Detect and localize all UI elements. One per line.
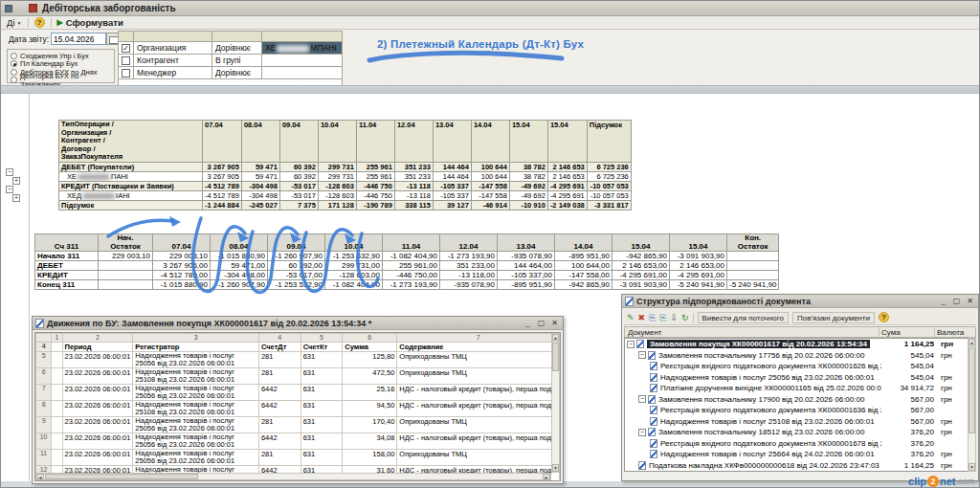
close-button[interactable]: ✕ bbox=[965, 297, 975, 306]
grid-row-number[interactable]: 9 bbox=[36, 417, 52, 433]
generate-button[interactable]: ▶ Сформувати bbox=[57, 17, 123, 28]
checkbox[interactable] bbox=[122, 56, 130, 65]
grid-row-number[interactable]: 6 bbox=[36, 368, 52, 385]
scroll-up-icon[interactable]: ▲ bbox=[552, 334, 559, 342]
movement-row[interactable]: 1123.02.2026 06:00:01Надходження товарів… bbox=[36, 450, 560, 466]
print-icon[interactable]: ⇩ bbox=[671, 313, 679, 322]
maximize-button[interactable]: ▢ bbox=[536, 319, 546, 328]
collapse-icon[interactable]: − bbox=[6, 186, 13, 193]
close-button[interactable]: ✕ bbox=[549, 319, 560, 328]
table1-cell: 144 464 bbox=[433, 171, 471, 181]
scroll-down-icon[interactable]: ▼ bbox=[552, 464, 559, 472]
grid-row-number[interactable]: 10 bbox=[36, 433, 52, 450]
collapse-icon[interactable]: − bbox=[638, 351, 646, 359]
edit-icon[interactable]: ✎ bbox=[627, 313, 635, 322]
help-icon[interactable]: ? bbox=[34, 17, 45, 28]
grid-row-number[interactable]: 8 bbox=[36, 401, 52, 417]
grid-header-row: 4ПериодРегистраторСчетДтСчетКтСуммаСодер… bbox=[36, 343, 560, 352]
actions-menu[interactable]: Ді ▼ bbox=[7, 17, 22, 28]
horizontal-scrollbar[interactable]: ◄ ► bbox=[35, 473, 551, 480]
column-currency[interactable]: Валюта bbox=[934, 328, 975, 337]
tree-row[interactable]: Надходження товарів і послуг 25108 від 2… bbox=[625, 416, 968, 428]
tree-row[interactable]: Податкова накладна ХКФв000000000618 від … bbox=[625, 460, 968, 472]
grid-column-number[interactable]: 6 bbox=[343, 334, 397, 343]
window-titlebar[interactable]: Дебіторська заборгованість bbox=[1, 1, 979, 16]
copy-new-icon[interactable]: ⎘ bbox=[659, 313, 666, 322]
movement-row[interactable]: 623.02.2026 06:00:01Надходження товарів … bbox=[36, 368, 560, 385]
minimize-button[interactable]: _ bbox=[938, 297, 948, 306]
grid-row-number[interactable]: 11 bbox=[36, 450, 52, 466]
scrollbar-thumb[interactable] bbox=[552, 343, 559, 371]
tree-row[interactable]: Реєстрація вхідного податкового документ… bbox=[625, 438, 968, 450]
tree-row[interactable]: Надходження товарів і послуг 25056 від 2… bbox=[625, 372, 968, 384]
tree-row[interactable]: −Замовлення покупця ХК000001617 від 20.0… bbox=[625, 339, 968, 350]
grid-column-number[interactable]: 4 bbox=[258, 334, 301, 343]
report-mode-option[interactable]: Дебіторка БУХ по Замовленях bbox=[11, 77, 111, 85]
table2-cell: 100 644,00 bbox=[555, 261, 612, 271]
grid-column-number[interactable]: 3 bbox=[133, 334, 259, 343]
filter-value[interactable] bbox=[262, 67, 343, 79]
tree-row[interactable]: Платіжне доручення вихідне ХК000001165 в… bbox=[625, 383, 968, 394]
movement-row[interactable]: 823.02.2026 06:00:01Надходження товарів … bbox=[36, 401, 560, 417]
collapse-icon[interactable]: − bbox=[638, 429, 646, 436]
vertical-scrollbar[interactable]: ▲ ▼ bbox=[968, 338, 976, 472]
movement-row[interactable]: 923.02.2026 06:00:01Надходження товарів … bbox=[36, 417, 560, 433]
table2-column-header: 14.04 bbox=[555, 234, 612, 252]
help-icon[interactable]: ? bbox=[879, 312, 889, 322]
expand-icon[interactable]: + bbox=[12, 177, 20, 185]
checkbox-checked[interactable]: ✓ bbox=[122, 44, 130, 53]
report-mode-option[interactable]: Сходження Упр і Бух bbox=[11, 52, 111, 60]
scroll-left-icon[interactable]: ◄ bbox=[36, 474, 44, 479]
filter-row[interactable]: ✓ОрганизацияДорівнюєХЕМПАНІ bbox=[119, 42, 343, 55]
report-date-input[interactable] bbox=[51, 33, 106, 45]
collapse-icon[interactable]: − bbox=[6, 168, 13, 176]
filter-row[interactable]: КонтрагентВ групі bbox=[119, 55, 343, 67]
scroll-right-icon[interactable]: ► bbox=[543, 474, 550, 479]
grid-column-number[interactable]: 1 bbox=[52, 334, 62, 343]
filter-value[interactable]: ХЕМПАНІ bbox=[262, 42, 343, 55]
tree-row[interactable]: Реєстрація вхідного податкового документ… bbox=[625, 361, 968, 372]
table1-cell: 59 471 bbox=[241, 171, 279, 181]
delete-icon[interactable]: ✖ bbox=[638, 313, 646, 322]
report-mode-option[interactable]: Пл Календар Бух bbox=[11, 60, 111, 69]
minimize-button[interactable]: _ bbox=[523, 319, 533, 328]
refresh-icon[interactable]: ↻ bbox=[681, 313, 689, 322]
tree-row[interactable]: Надходження товарів і послуг 25664 від 2… bbox=[625, 449, 968, 460]
vertical-scrollbar[interactable]: ▲ ▼ bbox=[551, 333, 560, 473]
movement-row[interactable]: 523.02.2026 06:00:01Надходження товарів … bbox=[36, 352, 560, 368]
tree-row[interactable]: −Замовлення постачальнику 17900 від 20.0… bbox=[625, 394, 968, 406]
table1-cell: -4 295 691 bbox=[547, 181, 587, 190]
structure-window-titlebar[interactable]: Структура підпорядкованості документа _ … bbox=[622, 295, 978, 308]
movement-row[interactable]: 723.02.2026 06:00:01Надходження товарів … bbox=[36, 385, 560, 401]
grid-row-number[interactable]: 5 bbox=[36, 352, 52, 368]
collapse-icon[interactable]: − bbox=[627, 341, 635, 348]
scroll-up-icon[interactable]: ▲ bbox=[969, 339, 975, 346]
tree-row[interactable]: −Замовлення постачальнику 17756 від 20.0… bbox=[625, 350, 968, 362]
column-sum[interactable]: Сума bbox=[879, 328, 934, 337]
scrollbar-thumb[interactable] bbox=[45, 474, 198, 479]
system-menu-icon[interactable] bbox=[5, 5, 12, 12]
show-for-current-button[interactable]: Вивести для поточного bbox=[698, 312, 789, 323]
scroll-down-icon[interactable]: ▼ bbox=[969, 463, 975, 471]
scrollbar-thumb[interactable] bbox=[969, 347, 975, 433]
grid-column-number[interactable]: 7 bbox=[397, 334, 560, 343]
grid-column-number[interactable]: 5 bbox=[301, 334, 343, 343]
expand-icon[interactable]: + bbox=[12, 194, 20, 202]
maximize-button[interactable]: ▢ bbox=[951, 297, 962, 306]
checkbox[interactable] bbox=[122, 69, 130, 78]
column-document[interactable]: Документ bbox=[625, 328, 879, 337]
movements-window-titlebar[interactable]: Движения по БУ: Замовлення покупця ХК000… bbox=[33, 317, 563, 330]
grid-column-number[interactable]: 2 bbox=[62, 334, 133, 343]
movement-row[interactable]: 1023.02.2026 06:00:01Надходження товарів… bbox=[36, 433, 560, 450]
tree-row[interactable]: Реєстрація вхідного податкового документ… bbox=[625, 405, 968, 416]
tree-row[interactable]: −Замовлення постачальнику 18512 від 23.0… bbox=[625, 427, 968, 438]
filter-row[interactable]: МенеджерДорівнює bbox=[119, 67, 343, 79]
grid-row-number[interactable]: 4 bbox=[36, 343, 52, 352]
filter-value[interactable] bbox=[262, 55, 343, 67]
grid-header-cell: СчетКт bbox=[301, 343, 343, 352]
grid-row-number[interactable]: 7 bbox=[36, 385, 52, 401]
movement-credit-account: 631 bbox=[301, 450, 343, 466]
collapse-icon[interactable]: − bbox=[638, 395, 646, 403]
copy-icon[interactable]: ⎘ bbox=[649, 313, 656, 322]
related-documents-button[interactable]: Пов'язані документи bbox=[792, 312, 875, 323]
